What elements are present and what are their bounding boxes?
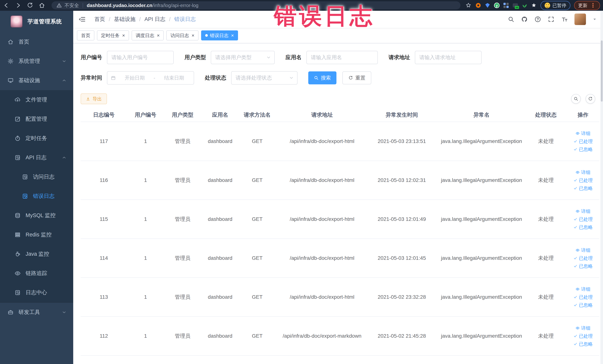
browser-back-icon[interactable] bbox=[3, 2, 10, 9]
action-已忽略-link[interactable]: 已忽略 bbox=[573, 263, 593, 269]
extension-green-y-icon[interactable]: y bbox=[494, 2, 500, 8]
sidebar-item-log-center[interactable]: 日志中心 bbox=[0, 283, 73, 302]
doc-edit-icon bbox=[22, 193, 28, 199]
sidebar-item-file-management[interactable]: 文件管理 bbox=[0, 90, 73, 109]
browser-update-button[interactable]: 更新 ⋮ bbox=[574, 1, 600, 10]
sidebar-item-infrastructure[interactable]: 基础设施 bbox=[0, 71, 73, 90]
chevron-down-icon bbox=[289, 75, 294, 80]
action-已忽略-link[interactable]: 已忽略 bbox=[573, 302, 593, 308]
action-detail-link[interactable]: 详细 bbox=[576, 130, 590, 137]
extension-dot-grid-icon[interactable] bbox=[503, 2, 509, 8]
user-menu-caret-icon[interactable] bbox=[593, 17, 597, 21]
sidebar-item-trace[interactable]: 链路追踪 bbox=[0, 264, 73, 283]
breadcrumb-item[interactable]: API 日志 bbox=[144, 16, 165, 23]
tab-close-icon[interactable]: × bbox=[122, 33, 125, 38]
action-已处理-link[interactable]: 已处理 bbox=[573, 294, 593, 300]
user-id-input[interactable] bbox=[107, 51, 174, 64]
action-detail-link[interactable]: 详细 bbox=[576, 247, 590, 253]
sidebar-item-api-log[interactable]: API 日志 bbox=[0, 148, 73, 167]
page-scrollbar[interactable] bbox=[600, 11, 603, 364]
sidebar-item-home[interactable]: 首页 bbox=[0, 32, 73, 52]
cell-user-type: 管理员 bbox=[164, 255, 201, 262]
action-已忽略-link[interactable]: 已忽略 bbox=[573, 341, 593, 347]
topbar-actions bbox=[508, 13, 597, 25]
action-detail-link[interactable]: 详细 bbox=[576, 325, 590, 331]
tab-close-icon[interactable]: × bbox=[191, 33, 194, 38]
sidebar-item-config-management[interactable]: 配置管理 bbox=[0, 109, 73, 129]
breadcrumb-item[interactable]: 首页 bbox=[94, 16, 105, 23]
refresh-table-button[interactable] bbox=[586, 94, 595, 104]
action-已处理-link[interactable]: 已处理 bbox=[573, 333, 593, 339]
chevron-down-icon bbox=[266, 55, 271, 60]
profile-paused-badge[interactable]: 已暂停 bbox=[541, 1, 570, 10]
user-avatar[interactable] bbox=[574, 13, 586, 25]
action-已忽略-link[interactable]: 已忽略 bbox=[573, 146, 593, 153]
tab-close-icon[interactable]: × bbox=[157, 33, 160, 38]
action-label: 已忽略 bbox=[579, 146, 593, 153]
sidebar-item-access-log[interactable]: 访问日志 bbox=[0, 167, 73, 187]
tab-close-icon[interactable]: × bbox=[231, 33, 234, 38]
sidebar-toggle-icon[interactable] bbox=[78, 16, 86, 23]
export-button[interactable]: 导出 bbox=[81, 94, 107, 104]
cell-request-method: GET bbox=[239, 333, 275, 339]
action-已忽略-link[interactable]: 已忽略 bbox=[573, 185, 593, 191]
check-icon bbox=[573, 225, 577, 229]
tab-home[interactable]: 首页 bbox=[77, 30, 94, 40]
browser-forward-icon[interactable] bbox=[15, 2, 22, 9]
request-url-input[interactable] bbox=[415, 51, 482, 64]
address-bar[interactable]: 不安全 dashboard.yudao.iocoder.cn /infra/lo… bbox=[52, 1, 461, 10]
check-icon bbox=[573, 303, 577, 307]
app-name-input[interactable] bbox=[306, 51, 378, 64]
search-icon bbox=[574, 96, 578, 101]
tab-scheduled-tasks[interactable]: 定时任务× bbox=[97, 30, 129, 40]
view-icon bbox=[576, 248, 580, 252]
sidebar-item-system-management[interactable]: 系统管理 bbox=[0, 52, 73, 71]
tab-schedule-log[interactable]: 调度日志× bbox=[132, 30, 164, 40]
action-label: 详细 bbox=[581, 130, 590, 137]
extension-leaf-icon[interactable] bbox=[522, 2, 528, 8]
user-type-select[interactable]: 请选择用户类型 bbox=[211, 51, 275, 64]
search-button[interactable]: 搜索 bbox=[308, 71, 336, 84]
row-actions: 详细已处理已忽略 bbox=[564, 286, 603, 308]
browser-menu-icon[interactable]: ⋮ bbox=[590, 2, 596, 8]
action-已处理-link[interactable]: 已处理 bbox=[573, 216, 593, 222]
action-已忽略-link[interactable]: 已忽略 bbox=[573, 224, 593, 230]
action-已处理-link[interactable]: 已处理 bbox=[573, 177, 593, 183]
scrollbar-thumb[interactable] bbox=[601, 40, 603, 102]
app-title: 芋道管理系统 bbox=[27, 18, 62, 25]
sidebar-item-mysql-monitor[interactable]: MySQL 监控 bbox=[0, 206, 73, 225]
font-size-icon[interactable] bbox=[561, 16, 568, 23]
action-已处理-link[interactable]: 已处理 bbox=[573, 138, 593, 144]
filter-app-name: 应用名 bbox=[285, 51, 378, 64]
toggle-search-button[interactable] bbox=[571, 94, 581, 104]
sidebar-item-scheduled-tasks[interactable]: 定时任务 bbox=[0, 129, 73, 148]
app-name-label: 应用名 bbox=[285, 54, 302, 61]
sidebar-item-java-monitor[interactable]: Java 监控 bbox=[0, 244, 73, 264]
date-range-picker[interactable]: 开始日期 - 结束日期 bbox=[107, 71, 194, 84]
filter-request-url: 请求地址 bbox=[389, 51, 482, 64]
bookmark-star-icon[interactable] bbox=[465, 2, 472, 9]
sidebar-item-redis-monitor[interactable]: Redis 监控 bbox=[0, 225, 73, 244]
action-detail-link[interactable]: 详细 bbox=[576, 208, 590, 214]
action-已处理-link[interactable]: 已处理 bbox=[573, 255, 593, 261]
breadcrumb-item[interactable]: 基础设施 bbox=[114, 16, 136, 23]
sidebar-item-dev-tools[interactable]: 研发工具 bbox=[0, 303, 73, 322]
extension-toggle-icon[interactable]: on bbox=[512, 2, 518, 8]
process-status-select[interactable]: 请选择处理状态 bbox=[231, 71, 298, 84]
extension-blue-kite-icon[interactable] bbox=[485, 2, 490, 8]
browser-reload-icon[interactable] bbox=[27, 2, 33, 9]
extension-star-icon[interactable] bbox=[531, 2, 537, 8]
app-logo[interactable]: 芋道管理系统 bbox=[0, 11, 73, 32]
search-icon[interactable] bbox=[508, 16, 514, 23]
tab-access-log[interactable]: 访问日志× bbox=[166, 30, 198, 40]
fullscreen-icon[interactable] bbox=[548, 16, 555, 23]
action-detail-link[interactable]: 详细 bbox=[576, 286, 590, 292]
reset-button[interactable]: 重置 bbox=[342, 71, 371, 84]
tab-error-log[interactable]: 错误日志× bbox=[201, 30, 238, 40]
action-detail-link[interactable]: 详细 bbox=[576, 169, 590, 176]
help-icon[interactable] bbox=[534, 16, 541, 23]
extension-orange-ring-icon[interactable] bbox=[475, 2, 481, 8]
github-icon[interactable] bbox=[521, 16, 528, 23]
browser-home-icon[interactable] bbox=[39, 2, 45, 9]
sidebar-item-error-log[interactable]: 错误日志 bbox=[0, 187, 73, 206]
